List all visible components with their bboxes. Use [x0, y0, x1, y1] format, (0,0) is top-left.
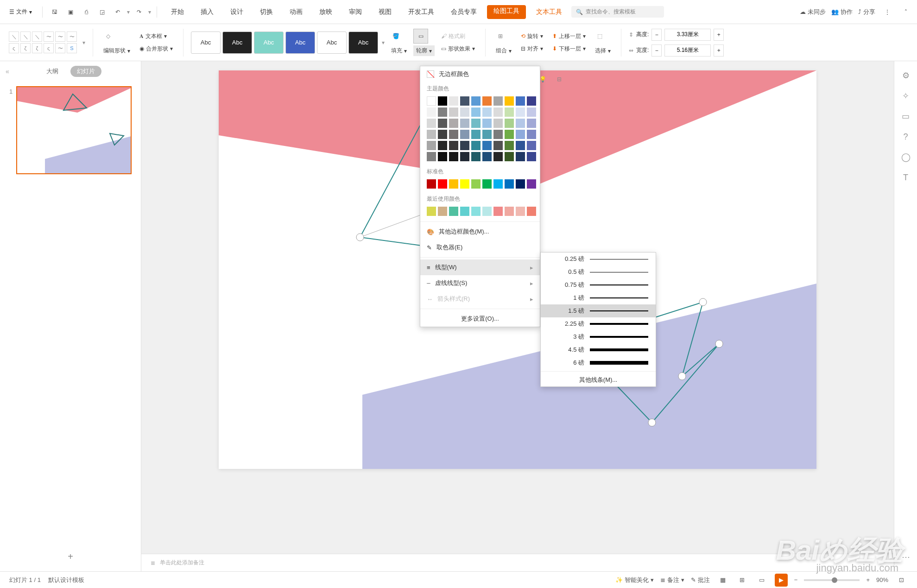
collab-button[interactable]: 👥 协作	[831, 8, 853, 16]
color-swatch[interactable]	[471, 152, 481, 161]
color-swatch[interactable]	[482, 130, 492, 139]
settings-icon[interactable]: ⚙	[900, 70, 912, 82]
text-icon[interactable]: T	[900, 171, 912, 183]
color-swatch[interactable]	[505, 130, 514, 139]
color-swatch[interactable]	[527, 96, 536, 106]
merge-shape[interactable]: ◉合并形状▾	[137, 44, 176, 54]
color-swatch[interactable]	[427, 96, 436, 106]
more-lines[interactable]: 其他线条(M)...	[541, 373, 656, 386]
align[interactable]: ⊟对齐▾	[518, 44, 546, 54]
width-input[interactable]	[664, 44, 711, 57]
color-swatch[interactable]	[471, 179, 481, 189]
color-swatch[interactable]	[493, 179, 503, 189]
color-swatch[interactable]	[516, 130, 525, 139]
color-swatch[interactable]	[449, 179, 458, 189]
color-swatch[interactable]	[438, 119, 447, 128]
color-swatch[interactable]	[516, 152, 525, 161]
folder-icon[interactable]: ▣	[64, 6, 77, 19]
help-icon[interactable]: ?	[900, 131, 912, 143]
fit-icon[interactable]: ⊡	[895, 574, 908, 587]
color-swatch[interactable]	[427, 119, 436, 128]
outline-icon[interactable]: ▭	[413, 29, 428, 44]
tab-text-tools[interactable]: 文本工具	[530, 5, 569, 19]
color-swatch[interactable]	[438, 152, 447, 161]
tab-transition[interactable]: 切换	[253, 5, 279, 19]
rotate[interactable]: ⟲旋转▾	[518, 31, 546, 42]
color-swatch[interactable]	[527, 141, 536, 150]
save-icon[interactable]: 🖫	[48, 6, 61, 19]
more-settings[interactable]: 更多设置(O)...	[420, 311, 540, 327]
weight-option[interactable]: 0.25 磅	[541, 253, 656, 266]
style-3[interactable]: Abc	[254, 32, 284, 54]
color-swatch[interactable]	[527, 107, 536, 117]
textbox[interactable]: 𝐀文本框▾	[137, 31, 176, 42]
color-swatch[interactable]	[449, 130, 458, 139]
shape-gallery[interactable]: ＼＼＼〜〜〜 ςζζς〜S	[7, 30, 79, 55]
color-swatch[interactable]	[471, 119, 481, 128]
color-swatch[interactable]	[471, 141, 481, 150]
sync-button[interactable]: ☁ 未同步	[800, 8, 826, 16]
fill-icon[interactable]: 🪣	[388, 29, 403, 44]
weight-option[interactable]: 0.75 磅	[541, 278, 656, 291]
color-swatch[interactable]	[482, 141, 492, 150]
line-type[interactable]: ≡线型(W)▸	[420, 259, 540, 275]
slides-tab[interactable]: 幻灯片	[70, 66, 101, 77]
idea-icon[interactable]: ◯	[900, 151, 912, 163]
color-swatch[interactable]	[505, 141, 514, 150]
style-5[interactable]: Abc	[317, 32, 347, 54]
tab-review[interactable]: 审阅	[342, 5, 368, 19]
outline-dropdown[interactable]: 轮廓▾	[413, 45, 435, 56]
color-swatch[interactable]	[471, 107, 481, 117]
collapse-panel-icon[interactable]: «	[6, 68, 9, 75]
color-swatch[interactable]	[482, 152, 492, 161]
color-swatch[interactable]	[482, 96, 492, 106]
color-swatch[interactable]	[505, 179, 514, 189]
color-swatch[interactable]	[427, 107, 436, 117]
template-icon[interactable]: ▭	[900, 110, 912, 122]
color-swatch[interactable]	[438, 207, 447, 216]
color-swatch[interactable]	[505, 96, 514, 106]
color-swatch[interactable]	[427, 207, 436, 216]
color-swatch[interactable]	[527, 130, 536, 139]
color-swatch[interactable]	[505, 207, 514, 216]
redo-icon[interactable]: ↷	[133, 6, 145, 19]
color-swatch[interactable]	[449, 96, 458, 106]
color-swatch[interactable]	[493, 130, 503, 139]
comment-button[interactable]: ✎批注	[691, 576, 710, 584]
color-swatch[interactable]	[438, 179, 447, 189]
chevron-down-icon[interactable]: ▾	[148, 9, 151, 15]
color-swatch[interactable]	[505, 119, 514, 128]
color-swatch[interactable]	[427, 179, 436, 189]
shape-effect[interactable]: ▭形状效果▾	[438, 44, 478, 54]
weight-option[interactable]: 1.5 磅	[541, 304, 656, 317]
height-decrease[interactable]: −	[651, 29, 662, 41]
color-swatch[interactable]	[493, 141, 503, 150]
color-swatch[interactable]	[516, 107, 525, 117]
width-increase[interactable]: +	[714, 44, 724, 57]
color-swatch[interactable]	[493, 207, 503, 216]
chevron-down-icon[interactable]: ▾	[127, 9, 130, 15]
group-icon[interactable]: ⊞	[493, 29, 508, 44]
float-icon-6[interactable]: ⊟	[553, 73, 565, 85]
color-swatch[interactable]	[516, 207, 525, 216]
zoom-out-icon[interactable]: −	[794, 576, 798, 583]
bring-forward[interactable]: ⬆上移一层▾	[550, 31, 588, 42]
more-border-colors[interactable]: 🎨其他边框颜色(M)...	[420, 224, 540, 240]
color-swatch[interactable]	[438, 141, 447, 150]
collapse-ribbon-icon[interactable]: ˄	[899, 6, 912, 19]
tab-member[interactable]: 会员专享	[444, 5, 483, 19]
color-swatch[interactable]	[449, 107, 458, 117]
color-swatch[interactable]	[482, 179, 492, 189]
edit-shape[interactable]: 编辑形状▾	[101, 45, 133, 56]
search-box[interactable]: 🔍 查找命令、搜索模板	[571, 6, 664, 18]
color-swatch[interactable]	[460, 96, 469, 106]
file-menu[interactable]: ☰ 文件 ▾	[5, 6, 37, 18]
more-icon[interactable]: ⋮	[881, 6, 894, 19]
tab-drawing-tools[interactable]: 绘图工具	[487, 5, 526, 19]
weight-option[interactable]: 3 磅	[541, 330, 656, 343]
color-swatch[interactable]	[460, 152, 469, 161]
color-swatch[interactable]	[527, 119, 536, 128]
color-swatch[interactable]	[438, 107, 447, 117]
star-icon[interactable]: ✧	[900, 90, 912, 102]
weight-option[interactable]: 6 磅	[541, 356, 656, 369]
